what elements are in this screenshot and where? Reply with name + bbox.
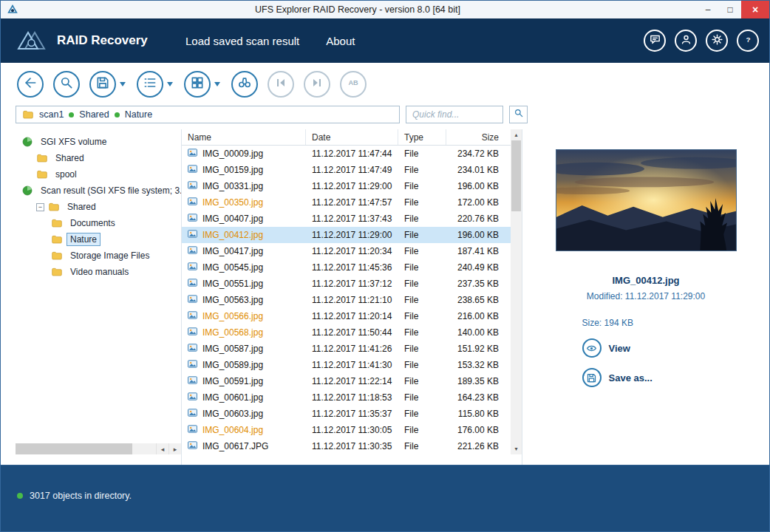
volume-icon [21,185,33,197]
file-date: 11.12.2017 11:29:00 [306,181,398,191]
settings-button[interactable] [706,30,728,52]
scrollbar-thumb[interactable] [16,443,132,454]
file-size: 140.00 KB [446,327,511,338]
file-row[interactable]: IMG_00350.jpg11.12.2017 11:47:57File172.… [182,194,511,211]
view-layout-button[interactable] [184,71,211,98]
file-row[interactable]: IMG_00604.jpg11.12.2017 11:30:05File176.… [182,422,511,438]
scan-button[interactable] [53,71,80,98]
breadcrumb-item-scan1[interactable]: scan1 [39,109,64,120]
column-header-size[interactable]: Size [446,129,511,145]
breadcrumb-item-nature[interactable]: Nature [125,109,153,120]
tree-item-label: spool [52,168,81,181]
file-date: 11.12.2017 11:35:37 [306,409,398,419]
image-file-icon [187,163,198,177]
scroll-left-button[interactable]: ◂ [156,443,168,454]
encoding-button: AB [340,71,367,98]
file-row[interactable]: IMG_00551.jpg11.12.2017 11:37:12File237.… [182,276,511,292]
file-name: IMG_00350.jpg [202,197,263,208]
file-date: 11.12.2017 11:30:05 [306,425,398,435]
file-row[interactable]: IMG_00591.jpg11.12.2017 11:22:14File189.… [182,373,511,389]
file-size: 234.72 KB [446,149,511,159]
file-name: IMG_00591.jpg [202,376,263,386]
quick-find-button[interactable] [509,106,528,123]
maximize-button[interactable]: □ [719,1,741,18]
file-row[interactable]: IMG_00331.jpg11.12.2017 11:29:00File196.… [182,178,511,194]
file-row[interactable]: IMG_00412.jpg11.12.2017 11:29:00File196.… [182,227,511,243]
preview-panel: IMG_00412.jpg Modified: 11.12.2017 11:29… [522,129,769,465]
tree-item-label: Shared [64,200,100,214]
save-as-button[interactable]: Save as... [582,368,737,387]
collapse-icon[interactable]: − [36,203,44,211]
file-row[interactable]: IMG_00617.JPG11.12.2017 11:30:35File221.… [182,438,511,454]
tree-item-documents[interactable]: Documents [16,215,181,231]
view-layout-button-dropdown[interactable] [211,79,222,89]
file-row[interactable]: IMG_00601.jpg11.12.2017 11:18:53File164.… [182,389,511,406]
file-row[interactable]: IMG_00563.jpg11.12.2017 11:21:10File238.… [182,292,511,308]
scroll-down-button[interactable]: ▾ [511,443,522,454]
prev-object-icon [273,75,288,93]
file-row[interactable]: IMG_00566.jpg11.12.2017 11:20:14File216.… [182,308,511,324]
file-date: 11.12.2017 11:20:34 [306,246,398,256]
file-row[interactable]: IMG_00417.jpg11.12.2017 11:20:34File187.… [182,243,511,259]
tree-item-sgi-xfs-volume[interactable]: SGI XFS volume [16,134,181,150]
file-size: 238.65 KB [446,295,511,305]
tree-item-shared[interactable]: Shared [16,150,181,166]
find-button[interactable] [231,71,258,98]
file-row[interactable]: IMG_00587.jpg11.12.2017 11:41:26File151.… [182,341,511,357]
column-header-name[interactable]: Name [182,129,306,145]
file-row[interactable]: IMG_00603.jpg11.12.2017 11:35:37File115.… [182,406,511,422]
file-name: IMG_00331.jpg [202,181,263,191]
tree-item-shared[interactable]: −Shared [16,199,181,215]
scrollbar-thumb[interactable] [511,140,521,211]
scroll-up-button[interactable]: ▴ [511,129,522,140]
folder-icon [48,201,60,213]
view-button[interactable]: View [582,338,737,358]
file-row[interactable]: IMG_00009.jpg11.12.2017 11:47:44File234.… [182,146,511,162]
file-type: File [398,327,446,338]
logo-icon [14,27,50,54]
column-header-type[interactable]: Type [398,129,446,145]
messages-button[interactable] [644,30,666,52]
file-row[interactable]: IMG_00545.jpg11.12.2017 11:45:36File240.… [182,259,511,276]
tree-item-scan-result-sgi-xfs-file-system-3-72-gb[interactable]: Scan result (SGI XFS file system; 3.72 G… [16,183,181,199]
file-row[interactable]: IMG_00589.jpg11.12.2017 11:41:30File153.… [182,357,511,373]
file-row[interactable]: IMG_00159.jpg11.12.2017 11:47:49File234.… [182,162,511,178]
menu-load-saved-scan-result[interactable]: Load saved scan result [185,35,299,47]
file-list-vertical-scrollbar[interactable]: ▴ ▾ [511,129,522,454]
file-row[interactable]: IMG_00568.jpg11.12.2017 11:50:44File140.… [182,324,511,341]
help-button[interactable]: ? [737,30,759,52]
column-header-date[interactable]: Date [306,129,398,145]
tree-item-nature[interactable]: Nature [16,231,181,248]
modified-value: 11.12.2017 11:29:00 [625,291,705,301]
tree-horizontal-scrollbar[interactable]: ◂ ▸ [16,443,181,454]
image-file-icon [187,326,198,339]
main-menu: Load saved scan result About [185,35,355,47]
file-type: File [398,376,446,386]
eye-icon [582,338,602,358]
menu-about[interactable]: About [326,35,355,47]
file-row[interactable]: IMG_00407.jpg11.12.2017 11:37:43File220.… [182,211,511,227]
file-size: 164.23 KB [446,392,511,403]
file-date: 11.12.2017 11:29:00 [306,230,398,240]
back-button[interactable] [17,71,44,98]
tree-item-storage-image-files[interactable]: Storage Image Files [16,248,181,264]
tree-item-video-manuals[interactable]: Video manuals [16,264,181,280]
account-button[interactable] [675,30,697,52]
save-icon [582,368,602,387]
breadcrumb[interactable]: scan1 Shared Nature [16,106,400,123]
breadcrumb-separator-dot [69,112,74,117]
quick-find-input[interactable] [406,106,503,123]
close-button[interactable]: × [741,1,769,18]
image-file-icon [187,212,198,225]
tree-item-spool[interactable]: spool [16,166,181,183]
scroll-right-button[interactable]: ▸ [168,443,181,454]
minimize-button[interactable]: – [697,1,719,18]
file-size: 151.92 KB [446,344,511,354]
save-selection-button[interactable] [89,71,116,98]
titlebar: UFS Explorer RAID Recovery - version 8.0… [1,1,769,18]
define-selection-button[interactable] [137,71,163,98]
volume-icon [21,136,33,148]
breadcrumb-item-shared[interactable]: Shared [79,109,109,120]
define-selection-button-dropdown[interactable] [163,79,174,89]
save-selection-button-dropdown[interactable] [116,79,127,89]
